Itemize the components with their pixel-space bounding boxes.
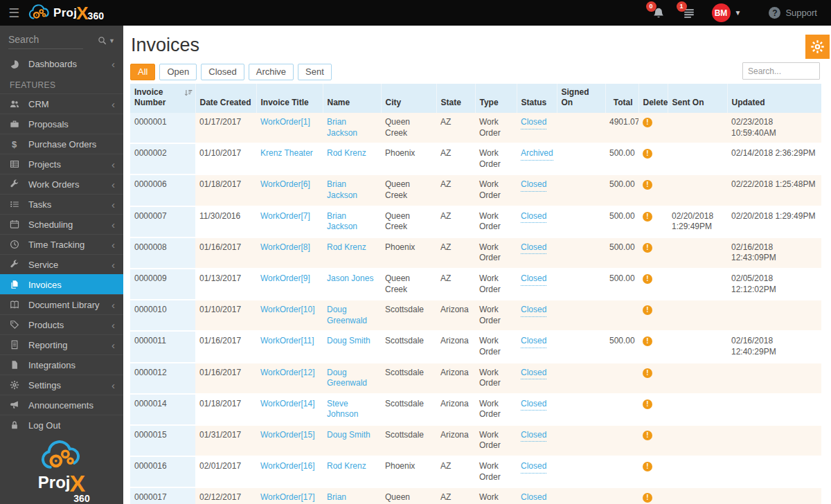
name-link[interactable]: Rod Krenz	[327, 148, 366, 158]
delete-icon[interactable]: !	[643, 493, 652, 503]
name-link[interactable]: Steve Johnson	[327, 399, 358, 420]
sidebar-item-service[interactable]: Service‹	[0, 254, 123, 274]
status-link[interactable]: Closed	[521, 242, 546, 255]
sort-icon[interactable]	[184, 89, 193, 100]
table-search-input[interactable]	[742, 62, 820, 80]
sidebar-item-work-orders[interactable]: Work Orders‹	[0, 174, 123, 194]
invoice-title-link[interactable]: WorkOrder[9]	[260, 273, 310, 283]
name-link[interactable]: Rod Krenz	[327, 461, 366, 471]
column-header-status[interactable]: Status	[517, 84, 557, 113]
column-header-state[interactable]: State	[436, 84, 475, 113]
sidebar-item-time-tracking[interactable]: Time Tracking‹	[0, 234, 123, 254]
invoice-title-link[interactable]: WorkOrder[12]	[260, 368, 314, 377]
name-link[interactable]: Doug Greenwald	[327, 305, 367, 325]
sidebar-item-integrations[interactable]: Integrations	[0, 354, 123, 375]
name-link[interactable]: Jason Jones	[327, 273, 373, 283]
column-header-sent-on[interactable]: Sent On	[668, 84, 727, 113]
sidebar-item-dashboards[interactable]: Dashboards‹	[0, 54, 123, 74]
column-header-updated[interactable]: Updated	[727, 84, 821, 113]
delete-icon[interactable]: !	[643, 274, 652, 284]
status-link[interactable]: Archived	[521, 148, 553, 161]
sidebar-item-tasks[interactable]: Tasks‹	[0, 194, 123, 214]
column-header-invoice-title[interactable]: Invoice Title	[256, 84, 323, 113]
name-link[interactable]: Brian Jackson	[327, 211, 357, 232]
sidebar-item-projects[interactable]: Projects‹	[0, 154, 123, 174]
status-link[interactable]: Closed	[521, 211, 546, 224]
sidebar-item-proposals[interactable]: Proposals	[0, 114, 123, 134]
filter-button-closed[interactable]: Closed	[201, 64, 244, 80]
column-header-name[interactable]: Name	[323, 84, 381, 113]
filter-button-all[interactable]: All	[130, 64, 155, 80]
column-header-total[interactable]: Total	[605, 84, 638, 113]
name-link[interactable]: Doug Greenwald	[327, 368, 367, 388]
delete-icon[interactable]: !	[643, 399, 652, 409]
hamburger-menu-icon[interactable]: ☰	[0, 6, 28, 21]
invoice-title-link[interactable]: WorkOrder[14]	[260, 399, 314, 408]
invoice-title-link[interactable]: WorkOrder[11]	[260, 336, 314, 345]
sidebar-item-document-library[interactable]: Document Library‹	[0, 294, 123, 314]
invoice-title-link[interactable]: WorkOrder[7]	[260, 211, 310, 221]
status-link[interactable]: Closed	[521, 368, 546, 380]
delete-icon[interactable]: !	[643, 118, 652, 127]
tasks-button[interactable]: 1	[683, 7, 695, 19]
name-link[interactable]: Brian Jackson	[327, 492, 357, 504]
name-link[interactable]: Rod Krenz	[327, 242, 366, 252]
search-icon[interactable]	[98, 36, 107, 45]
status-link[interactable]: Closed	[521, 305, 546, 317]
status-link[interactable]: Closed	[521, 430, 546, 442]
invoice-title-link[interactable]: Krenz Theater	[260, 148, 313, 158]
delete-icon[interactable]: !	[643, 462, 652, 471]
status-link[interactable]: Closed	[521, 461, 546, 474]
delete-icon[interactable]: !	[643, 149, 652, 159]
column-header-invoice-number[interactable]: Invoice Number	[130, 84, 195, 113]
sidebar-item-invoices[interactable]: Invoices	[0, 274, 123, 294]
sidebar-item-announcements[interactable]: Announcements	[0, 395, 123, 415]
column-header-signed-on[interactable]: Signed On	[557, 84, 605, 113]
delete-icon[interactable]: !	[643, 180, 652, 190]
sidebar-item-purchase-orders[interactable]: $Purchase Orders	[0, 134, 123, 154]
invoice-title-link[interactable]: WorkOrder[16]	[260, 461, 314, 471]
status-link[interactable]: Closed	[521, 273, 546, 286]
column-header-city[interactable]: City	[381, 84, 436, 113]
name-link[interactable]: Brian Jackson	[327, 179, 357, 200]
notifications-bell-button[interactable]: 0	[652, 7, 665, 19]
sidebar-item-products[interactable]: Products‹	[0, 314, 123, 334]
invoice-title-link[interactable]: WorkOrder[10]	[260, 305, 314, 314]
user-menu[interactable]: BM ▼	[712, 3, 742, 22]
column-header-type[interactable]: Type	[475, 84, 517, 113]
sidebar-item-reporting[interactable]: Reporting‹	[0, 334, 123, 354]
delete-icon[interactable]: !	[643, 336, 652, 346]
delete-icon[interactable]: !	[643, 431, 652, 440]
status-link[interactable]: Closed	[521, 492, 546, 504]
status-link[interactable]: Closed	[521, 399, 546, 411]
invoice-title-link[interactable]: WorkOrder[8]	[260, 242, 310, 252]
sidebar-item-log-out[interactable]: Log Out	[0, 415, 123, 435]
filter-button-open[interactable]: Open	[159, 64, 197, 80]
invoice-title-link[interactable]: WorkOrder[15]	[260, 430, 314, 440]
invoice-title-link[interactable]: WorkOrder[17]	[260, 492, 314, 502]
sidebar-item-settings[interactable]: Settings‹	[0, 375, 123, 395]
delete-icon[interactable]: !	[643, 305, 652, 315]
invoice-title-link[interactable]: WorkOrder[1]	[260, 117, 310, 127]
sidebar-item-scheduling[interactable]: Scheduling‹	[0, 214, 123, 234]
search-caret-icon[interactable]: ▼	[109, 37, 115, 44]
status-link[interactable]: Closed	[521, 117, 546, 129]
column-header-delete[interactable]: Delete	[638, 84, 668, 113]
table-settings-button[interactable]	[805, 35, 830, 59]
status-link[interactable]: Closed	[521, 336, 546, 348]
column-header-date-created[interactable]: Date Created	[195, 84, 256, 113]
sidebar-item-crm[interactable]: CRM‹	[0, 93, 123, 114]
sidebar-search-input[interactable]	[8, 32, 83, 49]
delete-icon[interactable]: !	[643, 243, 652, 253]
name-link[interactable]: Doug Smith	[327, 336, 370, 345]
name-link[interactable]: Doug Smith	[327, 430, 370, 440]
invoice-title-link[interactable]: WorkOrder[6]	[260, 179, 310, 189]
delete-icon[interactable]: !	[643, 212, 652, 222]
delete-icon[interactable]: !	[643, 368, 652, 378]
filter-button-archive[interactable]: Archive	[249, 64, 294, 80]
filter-button-sent[interactable]: Sent	[298, 64, 332, 80]
support-link[interactable]: ? Support	[769, 7, 817, 19]
status-link[interactable]: Closed	[521, 179, 546, 192]
user-avatar[interactable]: BM	[712, 3, 731, 22]
name-link[interactable]: Brian Jackson	[327, 117, 357, 138]
